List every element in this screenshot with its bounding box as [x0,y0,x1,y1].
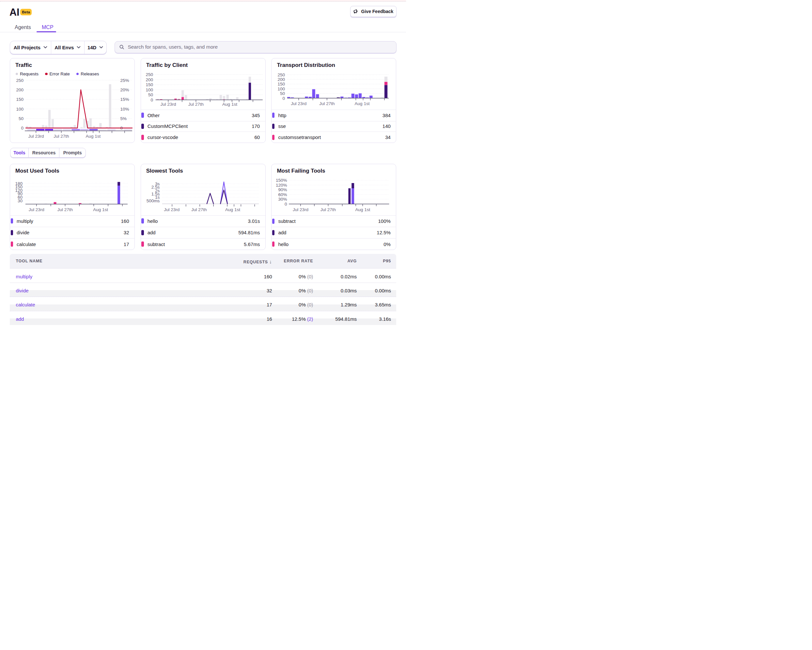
svg-text:Aug 1st: Aug 1st [355,101,370,106]
svg-text:50: 50 [280,91,285,96]
svg-text:100: 100 [145,87,153,92]
svg-text:0: 0 [150,98,153,102]
svg-text:Jul 27th: Jul 27th [53,134,69,139]
svg-text:60%: 60% [278,192,287,197]
svg-text:0: 0 [282,96,285,101]
svg-text:Jul 27th: Jul 27th [58,207,73,212]
svg-text:Aug 1st: Aug 1st [85,134,101,139]
svg-text:5%: 5% [121,116,127,121]
svg-text:Jul 27th: Jul 27th [319,101,335,106]
svg-text:0: 0 [21,126,23,131]
svg-text:150: 150 [278,82,285,87]
svg-text:200: 200 [16,87,23,92]
svg-text:25%: 25% [121,78,129,83]
svg-text:100: 100 [16,107,23,111]
svg-text:100: 100 [278,87,285,92]
svg-text:150: 150 [16,97,23,102]
svg-text:Jul 23rd: Jul 23rd [293,207,308,212]
svg-text:Aug 1st: Aug 1st [225,207,240,212]
svg-text:15%: 15% [121,97,129,102]
svg-text:150: 150 [145,82,153,87]
svg-text:0: 0 [285,201,287,206]
svg-text:Jul 23rd: Jul 23rd [164,207,180,212]
svg-text:Aug 1st: Aug 1st [222,102,237,107]
svg-text:50: 50 [18,116,23,121]
svg-text:500ms: 500ms [146,198,160,203]
svg-text:20%: 20% [121,87,129,92]
svg-text:Aug 1st: Aug 1st [356,207,371,212]
svg-text:Jul 27th: Jul 27th [321,207,336,212]
svg-text:Jul 23rd: Jul 23rd [29,207,44,212]
svg-text:Jul 27th: Jul 27th [191,207,207,212]
svg-text:200: 200 [278,77,285,82]
svg-text:Aug 1st: Aug 1st [93,207,108,212]
svg-text:Jul 23rd: Jul 23rd [28,134,44,139]
svg-text:Jul 23rd: Jul 23rd [160,102,176,107]
svg-text:150%: 150% [276,178,287,183]
svg-text:120%: 120% [276,183,287,188]
svg-text:250: 250 [145,72,153,77]
svg-text:30: 30 [18,198,23,203]
svg-text:250: 250 [16,78,23,83]
svg-text:250: 250 [278,72,285,77]
svg-text:Jul 23rd: Jul 23rd [291,101,307,106]
svg-text:Jul 27th: Jul 27th [188,102,203,107]
svg-text:30%: 30% [278,197,287,201]
svg-text:10%: 10% [121,107,129,111]
svg-text:90%: 90% [278,187,287,192]
svg-text:200: 200 [145,77,153,82]
svg-text:50: 50 [148,92,153,97]
